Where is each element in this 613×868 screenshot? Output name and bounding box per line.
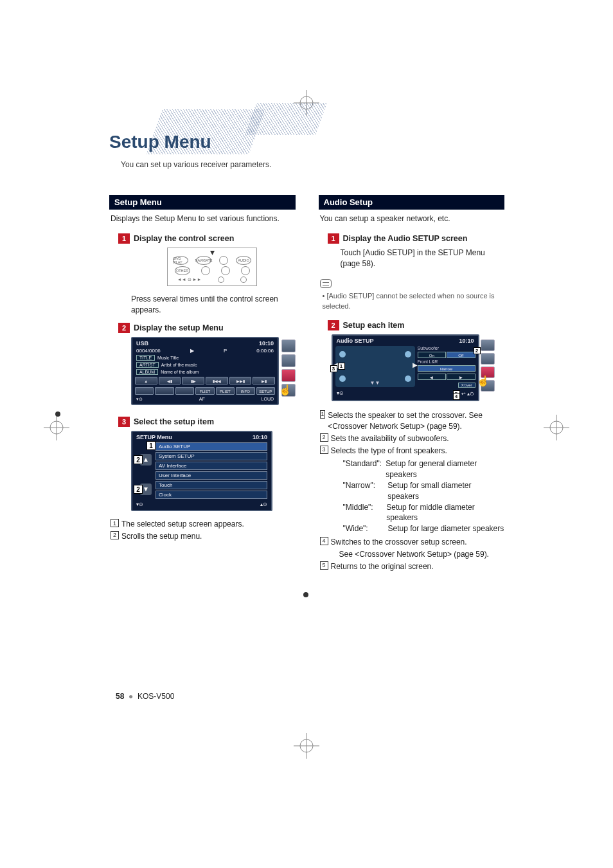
usb-tag-title: TITLE [136,355,155,361]
callout-3-text: Selects the type of front speakers. [331,446,447,457]
spk-middle-val: Setup for middle diameter speakers [386,502,504,524]
callout-1-icon: 1 [320,410,326,419]
speaker-icon [339,375,346,382]
side-button [481,353,495,365]
close-icon: ▾⊙ [136,397,143,402]
speaker-icon [339,351,346,357]
step-a2: 2 Setup each item [328,320,505,330]
usb-loud: LOUD [262,397,274,402]
step-a1-label: Display the Audio SETUP screen [343,234,468,243]
callout-1-text: The selected setup screen appears. [121,519,244,530]
spk-narrow-key: "Narrow": [343,480,388,502]
spk-wide-key: "Wide": [343,523,388,534]
dot-mark-center [303,592,308,597]
mini-button: ▮◀◀ [206,377,228,384]
speaker-icon [405,351,411,357]
menu-item-touch: Touch [155,481,267,489]
mini-button: ▮▶ [182,377,204,384]
pointer-hand-icon: ☝ [477,375,490,387]
audio-title: Audio SETUP [337,338,374,344]
close-icon: ▾⊙ [136,502,143,507]
page: Setup Menu You can set up various receiv… [109,103,504,574]
step-3-label: Select the setup item [134,417,214,426]
close-icon: ▾⊙ [337,390,344,397]
callout-3-marker: 3 [330,365,337,372]
side-button [281,339,296,352]
callout-2-marker-up: 2 [134,455,143,464]
speaker-icon [405,375,411,382]
xover-button: X'over [458,383,475,388]
callout-1-text: Selects the speaker to set the crossover… [328,410,504,432]
callout-2-marker-down: 2 [134,485,143,494]
remote-button [240,276,247,283]
mini-button: FLIST [195,387,214,395]
setupmenu-clock: 10:10 [253,434,267,440]
step-1-text: Press several times until the control sc… [131,294,296,316]
callout-list-right: 1Selects the speaker to set the crossove… [320,410,505,456]
remote-button: DVD PLAY [173,256,188,265]
registration-right [544,415,569,440]
usb-time: 0:00:06 [256,348,274,354]
step-a1-number: 1 [328,233,339,244]
usb-title: USB [136,340,148,347]
remote-button: OTHER [175,266,190,275]
mini-button: ▲ [135,377,157,384]
remote-button: AUDIO [236,256,251,265]
prev-icon: ◀ [418,374,447,380]
section-intro-setup: Displays the Setup Menu to set various f… [111,213,296,224]
sub-off: Off [447,352,475,358]
left-column: Setup Menu Displays the Setup Menu to se… [109,195,296,574]
next-icon: ▶ [447,374,475,380]
note-icon [320,279,332,288]
down-arrow-icon: ▾ [169,249,255,255]
section-head-setup: Setup Menu [109,195,296,210]
callout-4b-text: See <Crossover Network Setup> (page 59). [339,549,489,560]
callout-5-text: Returns to the original screen. [331,561,434,572]
play-icon: ▶ [190,348,194,354]
registration-bottom [294,733,319,759]
remote-button [219,256,228,265]
page-number: 58 [116,692,124,701]
mini-button: PLIST [216,387,235,395]
page-title: Setup Menu [109,103,504,152]
section-intro-audio: You can setup a speaker network, etc. [320,213,505,224]
menu-item-system: System SETUP [155,452,267,460]
callout-2-icon: 2 [111,531,119,539]
remote-button [241,266,250,275]
callout-4-marker: 4 [453,393,460,400]
callout-1-icon: 1 [111,519,119,527]
callout-1-marker: 1 [147,441,155,450]
up-indicator-icon: ▴⊙ [260,502,267,507]
step-3-number: 3 [118,417,130,427]
step-a1: 1 Display the Audio SETUP screen [328,233,505,244]
step-2: 2 Display the setup Menu [118,323,296,333]
speaker-type-table: "Standard":Setup for general diameter sp… [343,458,505,534]
figure-setup-menu: SETUP Menu 10:10 1 Audio SETUP ▲ 2 Syste… [131,431,272,511]
usb-af: AF [199,397,205,402]
figure-audio-setup: Audio SETUP 10:10 1 ◀ ▶ ▼▼ [332,334,479,401]
step-a2-number: 2 [328,320,339,330]
remote-button [221,266,230,275]
step-1-number: 1 [118,233,130,244]
usb-clock: 10:10 [259,340,274,347]
step-1-label: Display the control screen [134,234,234,243]
front-label: Front L&R [418,359,475,364]
callout-5-icon: 5 [320,561,328,570]
menu-item-av: AV Interface [155,462,267,470]
spk-wide-val: Setup for large diameter speakers [388,523,504,534]
spk-narrow-val: Setup for small diameter speakers [387,480,504,502]
sub-label: Subwoofer [418,346,475,350]
side-button [281,369,296,382]
section-head-audio: Audio Setup [319,195,505,210]
page-footer: 58 ● KOS-V500 [116,692,174,701]
callout-4-text: Switches to the crossover setup screen. [331,537,467,548]
registration-left [44,415,69,440]
remote-button: NAVIGATE [196,256,211,265]
step-3: 3 Select the setup item [118,417,296,427]
usb-album-value: Name of the album [161,370,199,374]
car-diagram: 1 ◀ ▶ ▼▼ [335,346,415,387]
callout-1-marker: 1 [338,363,345,370]
figure-control-screen: ▾ DVD PLAY NAVIGATE AUDIO OTHER ◄◄ ⊙ ►► [167,248,257,286]
audio-clock: 10:10 [459,338,474,344]
model-name: KOS-V500 [138,692,174,701]
